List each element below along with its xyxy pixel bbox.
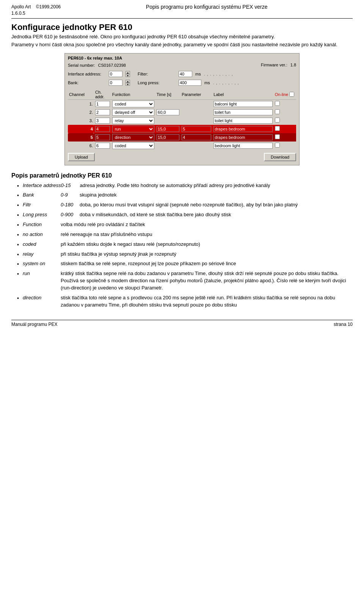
param-desc: krátký stisk tlačítka sepne relé na dobu…	[61, 270, 353, 292]
online-label: On-line	[275, 92, 288, 97]
param-list-item: Interface address0-15adresa jednotky. Po…	[23, 182, 353, 189]
cell-func: codeddelayed offrelayrundirectionno acti…	[111, 133, 155, 142]
cell-online	[274, 125, 296, 133]
online-checkbox[interactable]	[275, 101, 280, 106]
label-input[interactable]	[213, 134, 272, 140]
param-desc: relé nereaguje na stav příslušného vstup…	[61, 231, 353, 238]
channel-table: Channel Ch. addr. Funkction Time [s] Par…	[68, 90, 296, 150]
param-list-item: runkrátký stisk tlačítka sepne relé na d…	[23, 270, 353, 292]
interface-down-arrow[interactable]: ▼	[126, 74, 130, 77]
online-checkbox[interactable]	[275, 126, 280, 131]
online-master-checkbox[interactable]	[289, 92, 294, 97]
param-input[interactable]	[182, 134, 211, 140]
serial-label: Serial number:	[68, 63, 95, 68]
longpress-input[interactable]	[179, 80, 201, 86]
cell-param	[180, 142, 212, 150]
param-range: 0-15	[61, 182, 80, 189]
interface-input[interactable]	[109, 71, 122, 77]
param-desc: doba, po kterou musí trvat vstupní signá…	[80, 201, 353, 209]
table-row: 4codeddelayed offrelayrundirectionno act…	[68, 125, 296, 133]
footer-left: Manuál programu PEX	[11, 322, 57, 327]
label-input[interactable]	[213, 143, 272, 149]
cell-addr	[94, 116, 111, 125]
param-desc: stiskem tlačítka se relé sepne, rozepnou…	[61, 260, 353, 267]
func-select[interactable]: codeddelayed offrelayrundirectionno acti…	[112, 117, 154, 124]
header-bar: Apollo Art ©1999,2006 1.6.0.5 Popis prog…	[11, 4, 353, 19]
cell-num: 5	[68, 133, 94, 142]
label-input[interactable]	[213, 126, 272, 132]
cell-label	[212, 133, 273, 142]
firmware-label: Firmware ver.:	[261, 63, 287, 67]
bank-row: Bank: ▲ ▼	[68, 80, 130, 86]
cell-online	[274, 108, 296, 116]
label-input[interactable]	[213, 109, 272, 115]
cell-num: 6.	[68, 142, 94, 150]
upload-button[interactable]: Upload	[68, 153, 95, 161]
func-select[interactable]: codeddelayed offrelayrundirectionno acti…	[112, 109, 154, 116]
func-select[interactable]: codeddelayed offrelayrundirectionno acti…	[112, 134, 154, 141]
time-input[interactable]	[157, 109, 179, 115]
cell-func: codeddelayed offrelayrundirectionno acti…	[111, 108, 155, 116]
interface-up-arrow[interactable]: ▲	[126, 71, 130, 74]
interface-spinner[interactable]: ▲ ▼	[126, 71, 130, 77]
cell-param	[180, 108, 212, 116]
bank-spinner[interactable]: ▲ ▼	[126, 80, 130, 86]
online-checkbox[interactable]	[275, 109, 280, 114]
param-desc: volba módu relé pro ovládání z tlačítek	[61, 221, 353, 228]
param-term: relay	[23, 251, 61, 258]
addr-input[interactable]	[95, 126, 110, 132]
cell-addr	[94, 142, 111, 150]
cell-param	[180, 125, 212, 133]
online-checkbox[interactable]	[275, 118, 280, 123]
param-desc: doba v milisekundách, od které se stisk …	[80, 211, 353, 219]
param-range: 0-9	[61, 192, 80, 199]
cell-time	[155, 116, 180, 125]
cell-num: 1.	[68, 99, 94, 108]
version: 1.6.0.5	[11, 11, 25, 16]
online-checkbox[interactable]	[275, 143, 280, 148]
table-row: 3.codeddelayed offrelayrundirectionno ac…	[68, 116, 296, 125]
func-select[interactable]: codeddelayed offrelayrundirectionno acti…	[112, 126, 154, 132]
header-title: Popis programu pro konfiguraci systému P…	[61, 4, 353, 10]
addr-input[interactable]	[95, 101, 110, 107]
time-input[interactable]	[157, 126, 179, 132]
bank-input[interactable]	[109, 80, 122, 86]
addr-input[interactable]	[95, 109, 110, 115]
param-list-item: relaypři stisku tlačítka je výstup sepnu…	[23, 251, 353, 258]
dialog-buttons: Upload Download	[68, 153, 296, 161]
interface-label: Interface address:	[68, 72, 106, 76]
addr-input[interactable]	[95, 134, 110, 140]
copyright: ©1999,2006	[36, 4, 61, 9]
footer-right: strana 10	[334, 322, 353, 327]
label-input[interactable]	[213, 101, 272, 107]
firmware-row: Firmware ver.: 1.8	[261, 63, 296, 67]
cell-time	[155, 142, 180, 150]
bank-down-arrow[interactable]: ▼	[126, 83, 130, 86]
online-checkbox[interactable]	[275, 134, 280, 139]
cell-num: 4	[68, 125, 94, 133]
table-row: 5codeddelayed offrelayrundirectionno act…	[68, 133, 296, 142]
th-function: Funkction	[111, 90, 155, 100]
param-list-item: codedpři každém stisku dojde k negaci st…	[23, 241, 353, 248]
func-select[interactable]: codeddelayed offrelayrundirectionno acti…	[112, 101, 154, 107]
param-input[interactable]	[182, 126, 211, 132]
addr-input[interactable]	[95, 118, 110, 124]
download-button[interactable]: Download	[264, 153, 296, 161]
page-title: Konfigurace jednotky PER 610	[11, 22, 353, 32]
bank-up-arrow[interactable]: ▲	[126, 80, 130, 83]
time-input[interactable]	[157, 134, 179, 140]
cell-label	[212, 142, 273, 150]
func-select[interactable]: codeddelayed offrelayrundirectionno acti…	[112, 142, 154, 149]
dialog-title: PER610 - 6x relay max. 10A	[68, 56, 296, 60]
interface-row: Interface address: ▲ ▼	[68, 71, 130, 77]
addr-input[interactable]	[95, 143, 110, 149]
cell-time	[155, 133, 180, 142]
param-range: 0-900	[61, 211, 80, 219]
label-input[interactable]	[213, 118, 272, 124]
longpress-row: Long press: ms . , . , . , . , ,	[138, 80, 239, 86]
channel-tbody: 1.codeddelayed offrelayrundirectionno ac…	[68, 99, 296, 150]
intro-line2: Parametry v horní části okna jsou společ…	[11, 42, 353, 47]
cell-time	[155, 99, 180, 108]
filter-input[interactable]	[179, 71, 192, 77]
param-list-item: directionstisk tlačítka toto relé sepne …	[23, 294, 353, 309]
